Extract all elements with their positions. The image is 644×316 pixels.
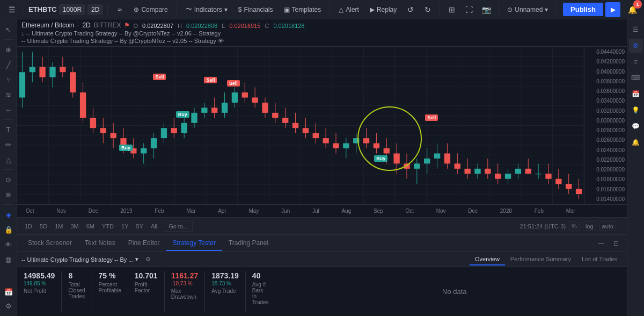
separator — [3, 39, 14, 40]
tab-strategy-tester[interactable]: Strategy Tester — [166, 236, 222, 251]
replay-button[interactable]: ▶ Replay — [365, 4, 401, 16]
compare-button[interactable]: ⊕ Compare — [129, 4, 172, 16]
zoom-tool[interactable]: ⊙ — [2, 173, 16, 186]
maximize-panel-button[interactable]: ⊡ — [610, 237, 623, 250]
high-value: 0.02022808 — [186, 23, 217, 29]
time-right: 21:51:24 (UTC-3) % log auto — [520, 221, 623, 231]
tab-stock-screener[interactable]: Stock Screener — [21, 236, 78, 251]
close-label: C — [265, 23, 269, 29]
shapes-tool[interactable]: △ — [2, 153, 16, 167]
chart-properties-button[interactable]: ⚙ — [629, 39, 643, 53]
calendar-tool[interactable]: 📅 — [2, 285, 16, 299]
compare-icon: ⊕ — [134, 6, 139, 13]
watchlist-button[interactable]: ☰ — [629, 23, 643, 37]
current-time-display: 21:51:24 (UTC-3) — [520, 223, 566, 229]
strategy-selector[interactable]: -- Ultimate Crypto Trading Strategy -- B… — [21, 256, 138, 263]
tab-trading-panel[interactable]: Trading Panel — [222, 236, 275, 251]
stat-avg-bars: 40 Avg # Bars In Trades — [246, 271, 275, 312]
active-tool[interactable]: ◈ — [2, 207, 16, 221]
indicators-icon[interactable]: ≈ — [112, 2, 127, 17]
brush-tool[interactable]: ✏ — [2, 138, 16, 152]
live-button[interactable]: ▶ — [605, 2, 620, 17]
menu-icon[interactable]: ☰ — [4, 2, 19, 17]
period-all[interactable]: All — [148, 221, 160, 231]
total-trades-label: Total Closed Trades — [68, 282, 85, 299]
scale-value: 0.01400000 — [584, 196, 627, 202]
percent-profitable-value: 75 % — [99, 271, 121, 280]
time-label: Mar — [186, 208, 195, 214]
time-label: Jun — [281, 208, 290, 214]
tab-text-notes[interactable]: Text Notes — [78, 236, 122, 251]
notification-badge: 1 — [633, 0, 642, 9]
templates-button[interactable]: ▣ Templates — [280, 4, 326, 16]
time-label: 2020 — [500, 208, 512, 214]
text-tool[interactable]: T — [2, 123, 16, 137]
trash-tool[interactable]: 🗑 — [2, 253, 16, 267]
scale-value: 0.02600000 — [584, 137, 627, 143]
publish-button[interactable]: Publish — [563, 3, 603, 16]
goto-button[interactable]: Go to... — [164, 221, 193, 232]
measure-tool[interactable]: ↔ — [2, 103, 16, 117]
chart-container: Ethereum / Bitcoin · 2D BITTREX ⚑ O 0.02… — [17, 19, 627, 316]
screenshot-button[interactable]: 📷 — [479, 2, 494, 17]
alert-button[interactable]: △ Alert — [334, 4, 363, 16]
period-1d[interactable]: 1D — [21, 221, 35, 231]
chat-button[interactable]: 💬 — [629, 119, 643, 133]
pitchfork-tool[interactable]: ⑂ — [2, 73, 16, 87]
separator — [440, 4, 440, 15]
financials-button[interactable]: $ Financials — [234, 4, 277, 16]
time-label: Mar — [566, 208, 575, 214]
scale-value: 0.03200000 — [584, 108, 627, 114]
period-1y[interactable]: 1Y — [118, 221, 131, 231]
period-1m[interactable]: 1M — [52, 221, 66, 231]
cursor-tool[interactable]: ↖ — [2, 23, 16, 37]
minimize-panel-button[interactable]: — — [595, 237, 608, 250]
main-layout: ↖ ⊕ ╱ ⑂ ≋ ↔ T ✏ △ ⊙ ⊗ ◈ 🔒 👁 🗑 📅 ⚙ Ethere… — [0, 19, 644, 316]
symbol-name: Ethereum / Bitcoin — [21, 21, 74, 29]
strategy-settings-button[interactable]: ⚙ — [143, 254, 153, 265]
trendline-tool[interactable]: ╱ — [2, 58, 16, 71]
interval-button[interactable]: 1000R — [59, 4, 85, 15]
indicators-button[interactable]: 〜 Indicators ▾ — [181, 3, 232, 16]
log-label[interactable]: log — [583, 221, 596, 231]
panel-tab-performance[interactable]: Performance Summary — [505, 254, 576, 265]
time-label: Oct — [26, 208, 34, 214]
calendar-panel-button[interactable]: 📅 — [629, 87, 643, 101]
redo-button[interactable]: ↻ — [420, 2, 435, 17]
period-5d[interactable]: 5D — [36, 221, 50, 231]
percent-label[interactable]: % — [569, 221, 580, 231]
undo-button[interactable]: ↺ — [403, 2, 418, 17]
workspace-button[interactable]: ⊙ Unnamed ▾ — [503, 4, 552, 16]
data-window-button[interactable]: ≡ — [629, 55, 643, 69]
period-3m[interactable]: 3M — [67, 221, 82, 231]
time-label: Sep — [374, 208, 383, 214]
period-ytd[interactable]: YTD — [99, 221, 117, 231]
charttype-button[interactable]: 2D — [87, 4, 103, 15]
crosshair-tool[interactable]: ⊕ — [2, 42, 16, 56]
strategy-name: -- Ultimate Crypto Trading Strategy -- B… — [21, 256, 133, 263]
right-price-scale: 0.04440000 0.04200000 0.04000000 0.03800… — [584, 47, 627, 204]
period-5y[interactable]: 5Y — [133, 221, 146, 231]
fullscreen-button[interactable]: ⛶ — [462, 2, 477, 17]
magnet-tool[interactable]: ⊗ — [2, 188, 16, 202]
chart-layout-button[interactable]: ⊞ — [444, 2, 459, 17]
panel-tab-trades[interactable]: List of Trades — [576, 254, 623, 265]
idea-button[interactable]: 💡 — [629, 103, 643, 117]
hide-tool[interactable]: 👁 — [2, 238, 16, 252]
indicator-wave-icon: 〜 — [186, 5, 192, 14]
hotkeys-button[interactable]: ⌨ — [629, 71, 643, 85]
scale-value: 0.02800000 — [584, 127, 627, 133]
alerts-panel-button[interactable]: 🔔 — [629, 135, 643, 149]
settings-tool[interactable]: ⚙ — [2, 299, 16, 313]
tab-pine-editor[interactable]: Pine Editor — [122, 236, 166, 251]
chart-canvas-area[interactable]: Buy Buy Buy Sell Sell Sell Sell — [17, 47, 584, 204]
panel-tab-overview[interactable]: Overview — [470, 254, 505, 265]
strategy-line-1: ↓ -- Ultimate Crypto Trading Strategy --… — [21, 30, 623, 37]
ticker-info: ETHBTC — [28, 5, 57, 13]
period-6m[interactable]: 6M — [83, 221, 98, 231]
auto-label[interactable]: auto — [599, 221, 616, 231]
avg-bars-label: Avg # Bars In Trades — [252, 282, 269, 305]
panel-header: -- Ultimate Crypto Trading Strategy -- B… — [17, 252, 627, 267]
fib-tool[interactable]: ≋ — [2, 88, 16, 102]
lock-tool[interactable]: 🔒 — [2, 222, 16, 236]
